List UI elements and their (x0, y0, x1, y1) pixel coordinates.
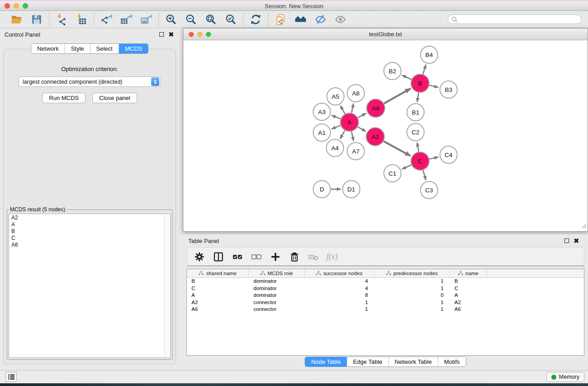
column-header-predecessor-nodes[interactable]: predecessor nodes (374, 269, 450, 277)
edge-A-A6[interactable] (358, 113, 366, 118)
task-history-button[interactable] (5, 372, 17, 382)
table-row[interactable]: A2connector11A2 (187, 299, 584, 306)
mcds-result-item[interactable]: A2 (9, 214, 170, 221)
mcds-result-item[interactable]: A (9, 221, 170, 228)
edge-A-A4[interactable] (340, 130, 344, 139)
mcds-result-item[interactable]: A6 (9, 241, 170, 248)
edge-B-B2[interactable] (402, 75, 411, 79)
graph-node-C4[interactable]: C4 (440, 146, 457, 163)
zoom-fit-button[interactable] (205, 13, 217, 26)
table-cell[interactable]: 4 (305, 278, 374, 285)
table-cell[interactable]: 1 (305, 299, 374, 306)
mcds-result-item[interactable]: B (9, 228, 170, 234)
graph-node-A[interactable]: A (340, 113, 359, 131)
graph-node-A7[interactable]: A7 (347, 143, 364, 160)
memory-button[interactable]: Memory (546, 372, 584, 382)
close-table-panel-icon[interactable]: ✖ (574, 238, 579, 243)
graph-node-B2[interactable]: B2 (384, 62, 401, 80)
tab-edge-table[interactable]: Edge Table (347, 357, 388, 367)
close-panel-button[interactable]: Close panel (92, 93, 137, 103)
close-panel-icon[interactable]: ✖ (168, 32, 174, 37)
column-header-MCDS-role[interactable]: MCDS role (249, 269, 305, 277)
graph-node-B3[interactable]: B3 (440, 81, 457, 98)
table-cell[interactable]: B (450, 278, 487, 285)
close-window-button[interactable] (5, 3, 10, 9)
create-column-button[interactable] (269, 251, 282, 263)
delete-columns-button[interactable] (288, 251, 301, 263)
run-mcds-button[interactable]: Run MCDS (42, 93, 86, 103)
unselect-all-columns-button[interactable] (250, 251, 263, 263)
edge-C-C4[interactable] (430, 157, 439, 159)
table-row[interactable]: Cdominator41C (187, 285, 584, 292)
network-minimize-button[interactable] (197, 32, 202, 37)
select-all-columns-button[interactable] (231, 251, 244, 263)
graph-node-D1[interactable]: D1 (343, 181, 360, 198)
tab-mcds[interactable]: MCDS (119, 44, 148, 53)
graph-node-A1[interactable]: A1 (313, 124, 330, 141)
edge-A-A1[interactable] (332, 125, 341, 129)
column-header-name[interactable]: name (450, 269, 487, 277)
edge-A-A7[interactable] (352, 132, 354, 141)
graph-node-A2[interactable]: A2 (366, 128, 384, 146)
float-table-panel-icon[interactable] (564, 238, 569, 243)
table-cell[interactable]: 1 (374, 306, 450, 313)
search-input[interactable] (458, 16, 578, 23)
table-cell[interactable]: B (187, 278, 249, 285)
refresh-view-button[interactable] (249, 13, 262, 26)
table-cell[interactable]: 8 (305, 292, 374, 299)
graph-node-A8[interactable]: A8 (347, 85, 364, 102)
edge-A-A3[interactable] (332, 115, 341, 119)
zoom-selected-button[interactable] (225, 13, 237, 26)
table-cell[interactable]: C (450, 285, 487, 292)
graph-node-B[interactable]: B (411, 74, 429, 92)
network-zoom-button[interactable] (206, 32, 211, 37)
edge-A-A2[interactable] (358, 127, 366, 131)
graph-node-A4[interactable]: A4 (326, 139, 344, 157)
network-window-titlebar[interactable]: testGlobe.txt (183, 29, 588, 40)
graph-node-A6[interactable]: A6 (367, 99, 385, 117)
edge-B-B3[interactable] (430, 86, 439, 87)
mcds-result-item[interactable]: C (9, 234, 170, 241)
network-close-button[interactable] (189, 32, 194, 37)
edge-C-C1[interactable] (402, 165, 411, 169)
table-cell[interactable]: C (187, 285, 249, 292)
table-cell[interactable]: 0 (374, 292, 450, 299)
tab-style[interactable]: Style (65, 44, 90, 53)
table-cell[interactable]: 1 (374, 285, 450, 292)
hide-graphics-details-button[interactable] (314, 13, 327, 26)
graph-node-C1[interactable]: C1 (384, 165, 401, 182)
column-header-successor-nodes[interactable]: successor nodes (305, 269, 374, 277)
tab-node-table[interactable]: Node Table (305, 357, 347, 367)
graph-node-B1[interactable]: B1 (407, 104, 424, 121)
graph-node-B4[interactable]: B4 (421, 46, 438, 63)
edge-B-B4[interactable] (423, 65, 426, 74)
table-settings-button[interactable] (193, 251, 206, 263)
split-panel-button[interactable] (212, 251, 225, 263)
function-builder-button[interactable]: f(x) (326, 252, 338, 262)
edge-A-A5[interactable] (340, 105, 345, 114)
zoom-in-button[interactable] (165, 13, 177, 26)
edge-A6-B[interactable] (384, 89, 411, 104)
table-cell[interactable]: A6 (187, 306, 249, 313)
table-cell[interactable]: connector (249, 299, 305, 306)
table-cell[interactable]: A6 (450, 306, 487, 313)
search-field[interactable] (448, 14, 582, 24)
table-cell[interactable]: 1 (305, 306, 374, 313)
table-cell[interactable]: 4 (305, 285, 374, 292)
table-row[interactable]: Bdominator41B (187, 278, 584, 285)
tab-motifs[interactable]: Motifs (438, 357, 466, 367)
table-cell[interactable]: A (450, 292, 487, 299)
table-cell[interactable]: dominator (249, 292, 305, 299)
zoom-out-button[interactable] (185, 13, 197, 26)
table-cell[interactable]: A2 (187, 299, 249, 306)
graph-node-D[interactable]: D (313, 181, 330, 198)
import-table-button[interactable] (75, 13, 88, 26)
edge-B-B1[interactable] (417, 93, 419, 102)
minimize-window-button[interactable] (14, 3, 19, 9)
network-canvas[interactable]: B4B2BB3A8A5A6B1A3AC2A1A2A4A7C4CC1C3DD1 (183, 40, 588, 231)
optimization-criterion-dropdown[interactable]: largest connected component (directed) (19, 76, 161, 87)
delete-table-button[interactable] (307, 251, 320, 263)
save-session-button[interactable] (30, 13, 43, 26)
edge-A-A8[interactable] (352, 104, 354, 113)
graph-node-A5[interactable]: A5 (327, 88, 344, 105)
